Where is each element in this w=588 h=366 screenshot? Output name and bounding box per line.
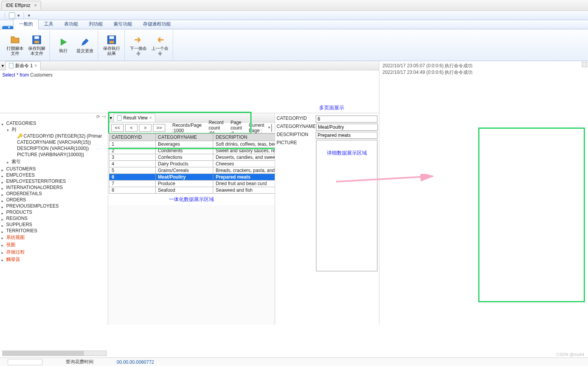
scroll-up-icon[interactable] <box>582 62 587 67</box>
tab-menu-icon[interactable]: ▾ <box>110 115 112 121</box>
pager-next-button[interactable]: > <box>139 124 151 132</box>
grid-cell[interactable]: 1 <box>109 141 156 148</box>
tree-table-item[interactable]: EMPLOYEESTERRITORIES <box>1 178 107 184</box>
detail-desc-input[interactable] <box>316 132 377 139</box>
table-row[interactable]: 2CondimentsSweet and savory sauces, reli… <box>109 148 275 154</box>
detail-id-input[interactable] <box>316 116 377 123</box>
grid-cell[interactable]: Condiments <box>155 148 213 154</box>
tree-column-item[interactable]: PICTURE (VARBINARY(10000)) <box>12 152 107 158</box>
tree-table-item[interactable]: SUPPLIERS <box>1 221 107 228</box>
grid-cell[interactable]: Seafood <box>155 187 213 194</box>
grid-cell[interactable]: Breads, crackers, pasta, and cereal <box>213 167 275 174</box>
pager-first-button[interactable]: << <box>111 124 124 132</box>
grid-cell[interactable]: Sweet and savory sauces, relishes, sprea… <box>213 148 275 154</box>
tree-table-item[interactable]: PREVIOUSEMPLOYEES <box>1 203 107 209</box>
tree-node-index[interactable]: 索引 <box>6 158 107 165</box>
save-script-button[interactable]: 保存到腳本文件 <box>27 32 46 59</box>
save-result-button[interactable]: 保存執行結果 <box>102 32 121 59</box>
ribbon-menu-button[interactable]: ▼ <box>2 26 13 29</box>
tree-table-item[interactable]: EMPLOYEES <box>1 172 107 178</box>
refresh-icon[interactable]: ⟳ <box>96 114 100 119</box>
query-tab[interactable]: 新命令 1 × <box>5 61 41 70</box>
table-row[interactable]: 7ProduceDried fruit and bean curd <box>109 180 275 187</box>
table-row[interactable]: 3ConfectionsDesserts, candies, and sweet… <box>109 154 275 161</box>
tree-table-item[interactable]: INTERNATIONALORDERS <box>1 184 107 191</box>
tree-column-item[interactable]: 🔑CATEGORYID (INTEGER(32) (Primar <box>12 133 107 139</box>
tab-menu-icon[interactable]: ▾ <box>2 63 4 68</box>
grid-cell[interactable]: 3 <box>109 154 156 161</box>
tree-special-item[interactable]: 存储过程 <box>1 249 107 256</box>
grid-cell[interactable]: Dairy Products <box>155 161 213 167</box>
grid-cell[interactable]: 6 <box>109 174 156 180</box>
grid-header[interactable]: DESCRIPTION <box>213 134 275 141</box>
pager-last-button[interactable]: >> <box>153 124 165 132</box>
run-button[interactable]: 執行 <box>54 32 73 59</box>
tree-special-item[interactable]: 系统视图 <box>1 234 107 241</box>
tree-column-item[interactable]: DESCRIPTION (VARCHAR(1000)) <box>12 145 107 152</box>
tree-table-item[interactable]: REGIONS <box>1 215 107 221</box>
grid-cell[interactable]: Confections <box>155 154 213 161</box>
commit-button[interactable]: 提交更改 <box>75 32 95 59</box>
pin-icon[interactable]: ⊣ <box>102 114 105 119</box>
grid-cell[interactable]: Dried fruit and bean curd <box>213 180 275 187</box>
pager-prev-button[interactable]: < <box>125 124 138 132</box>
tree-column-item[interactable]: CATEGORYNAME (VARCHAR(15)) <box>12 139 107 145</box>
grid-header[interactable]: CATEGORYID <box>109 134 156 141</box>
quick-icon[interactable] <box>9 12 15 19</box>
grid-cell[interactable]: Seaweed and fish <box>213 187 275 194</box>
detail-pic-box[interactable]: 详细数据展示区域 <box>316 140 377 271</box>
result-grid[interactable]: CATEGORYIDCATEGORYNAMEDESCRIPTIONPICTURE… <box>109 133 275 194</box>
quick-dropdown-icon[interactable]: ▾ <box>17 13 20 18</box>
close-icon[interactable]: × <box>149 115 152 121</box>
tree-table-item[interactable]: ORDERDETAILS <box>1 191 107 197</box>
grid-cell[interactable]: Grains/Cereals <box>155 167 213 174</box>
grid-cell[interactable]: 2 <box>109 148 156 154</box>
grid-cell[interactable]: 7 <box>109 180 156 187</box>
ribbon-tab[interactable]: 索引功能 <box>108 19 138 29</box>
table-row[interactable]: 8SeafoodSeaweed and fish <box>109 187 275 194</box>
grid-cell[interactable]: Desserts, candies, and sweet breads <box>213 154 275 161</box>
tree-node-categories[interactable]: CATEGORIES 列 🔑CATEGORYID (INTEGER(32) (P… <box>1 120 107 166</box>
tree-table-item[interactable]: TERRITORIES <box>1 228 107 234</box>
grid-header[interactable]: CATEGORYNAME <box>155 134 213 141</box>
quick-dropdown2-icon[interactable]: ▾ <box>28 13 30 18</box>
detail-name-input[interactable] <box>316 124 378 131</box>
prev-cmd-button[interactable]: 上一个命令 <box>150 32 170 59</box>
grid-cell[interactable]: Prepared meats <box>213 174 275 180</box>
tree-table-item[interactable]: PRODUCTS <box>1 209 107 215</box>
grid-cell[interactable]: Cheeses <box>213 161 275 167</box>
tree-table-item[interactable]: ORDERS <box>1 197 107 203</box>
ribbon-tab[interactable]: 存儲過程功能 <box>138 19 176 29</box>
grid-cell[interactable]: 5 <box>109 167 156 174</box>
schema-tree-panel[interactable]: ⟳⊣ CATEGORIES 列 🔑CATEGORYID (INTEGER(32)… <box>0 113 108 325</box>
grid-cell[interactable]: Meat/Poultry <box>155 174 213 180</box>
table-row[interactable]: 1BeveragesSoft drinks, coffees, teas, be… <box>109 141 275 148</box>
ribbon-tab[interactable]: 一般的 <box>13 19 39 29</box>
table-row[interactable]: 5Grains/CerealsBreads, crackers, pasta, … <box>109 167 275 174</box>
grid-cell[interactable]: Produce <box>155 180 213 187</box>
folder-icon <box>10 34 20 45</box>
result-grid-wrap[interactable]: CATEGORYIDCATEGORYNAMEDESCRIPTIONPICTURE… <box>108 133 275 205</box>
tree-special-item[interactable]: 視图 <box>1 241 107 249</box>
ribbon-tab[interactable]: 表功能 <box>59 19 83 29</box>
grid-cell[interactable]: 4 <box>109 161 156 167</box>
tree-h-scrollbar[interactable] <box>2 351 107 356</box>
table-row[interactable]: 4Dairy ProductsCheeses <box>109 161 275 167</box>
tree-special-item[interactable]: 觸發器 <box>1 256 107 263</box>
grid-cell[interactable]: Beverages <box>155 141 213 148</box>
sql-editor[interactable]: Select * from Customers 多页面展示 <box>0 70 379 113</box>
open-script-button[interactable]: 打開腳本文件 <box>5 32 25 59</box>
grid-cell[interactable]: 8 <box>109 187 156 194</box>
grid-cell[interactable]: Soft drinks, coffees, teas, beers, and a… <box>213 141 275 148</box>
next-cmd-button[interactable]: 下一個命令 <box>129 32 148 59</box>
ribbon-tab[interactable]: 列功能 <box>83 19 108 29</box>
current-page-select[interactable] <box>271 124 272 132</box>
app-tab[interactable]: IDE Effiproz × <box>2 1 41 10</box>
ribbon-tab[interactable]: 工具 <box>39 19 59 29</box>
table-row[interactable]: 6Meat/PoultryPrepared meats <box>109 174 275 180</box>
tree-node-columns[interactable]: 列 🔑CATEGORYID (INTEGER(32) (PrimarCATEGO… <box>6 126 107 158</box>
result-tab[interactable]: Result View × <box>114 114 155 122</box>
close-icon[interactable]: × <box>34 63 37 68</box>
close-icon[interactable]: × <box>34 3 37 8</box>
tree-table-item[interactable]: CUSTOMERS <box>1 166 107 172</box>
